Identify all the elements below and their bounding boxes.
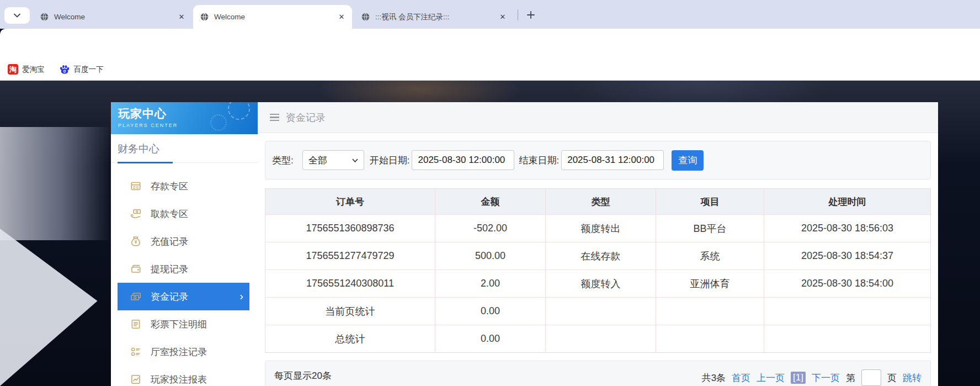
decor-circle-icon [210, 114, 227, 131]
cell-amount: 500.00 [435, 242, 546, 269]
sidebar-item-withdraw-zone[interactable]: 取款专区 [111, 200, 258, 228]
cell-project: 系统 [656, 242, 764, 269]
svg-text:du: du [63, 70, 66, 72]
cell-process-time: 2025-08-30 18:54:00 [764, 270, 930, 297]
sidebar-item-label: 充值记录 [151, 235, 188, 248]
funds-record-icon [130, 290, 142, 303]
sidebar-item-label: 玩家投注报表 [151, 373, 207, 386]
cell-type: 额度转出 [546, 215, 656, 242]
bookmark-baidu[interactable]: du 百度一下 [59, 64, 104, 75]
baidu-paw-icon: du [59, 64, 70, 75]
tab-welcome-1[interactable]: Welcome ✕ [33, 5, 192, 29]
pagination-controls: 共3条 首页 上一页 [1] 下一页 第 页 跳转 [702, 369, 922, 386]
sidebar-item-withdrawal-records[interactable]: 提现记录 [111, 255, 258, 283]
start-date-label: 开始日期: [370, 154, 410, 167]
bookmark-taobao[interactable]: 淘 爱淘宝 [8, 64, 45, 75]
jump-button[interactable]: 跳转 [903, 372, 922, 384]
cell-process-time: 2025-08-30 18:54:37 [764, 242, 930, 269]
bookmarks-bar: 淘 爱淘宝 du 百度一下 [0, 59, 980, 81]
pagination-bar: 每页显示20条 共3条 首页 上一页 [1] 下一页 第 页 跳转 [265, 361, 931, 386]
cell-summary-label: 当前页统计 [265, 298, 435, 325]
sidebar-subtitle: PLAYERS CENTER [118, 123, 258, 128]
tab-title: Welcome [54, 13, 177, 21]
panel-header: 资金记录 [258, 102, 938, 133]
withdraw-record-icon [130, 263, 142, 275]
chevron-down-icon [352, 158, 358, 162]
bookmark-label: 百度一下 [74, 65, 104, 75]
prev-page-link[interactable]: 上一页 [757, 372, 785, 384]
bookmark-label: 爱淘宝 [22, 65, 45, 75]
funds-record-panel: 资金记录 类型: 全部 开始日期: 2025-08-30 12:00:00 结束… [258, 102, 938, 386]
withdraw-zone-icon [130, 208, 142, 220]
col-type: 类型 [546, 189, 656, 214]
sidebar-item-recharge-records[interactable]: ¥ 充值记录 [111, 228, 258, 255]
background-gray-band [0, 127, 111, 240]
cell-order-id: 1756551360898736 [265, 215, 435, 242]
cell-project: BB平台 [656, 215, 764, 242]
close-icon[interactable]: ✕ [337, 12, 347, 22]
taobao-icon: 淘 [8, 64, 18, 75]
sidebar-item-deposit-zone[interactable]: 存款专区 [111, 172, 258, 200]
browser-toolbar: js13.cc/hhcp/usercenter.html?iniType=6 [0, 29, 980, 59]
tab-divider [518, 9, 518, 20]
type-label: 类型: [272, 154, 294, 167]
sidebar-item-label: 存款专区 [151, 180, 188, 193]
sidebar-item-label: 提现记录 [151, 263, 188, 276]
globe-icon [361, 12, 370, 22]
filter-bar: 类型: 全部 开始日期: 2025-08-30 12:00:00 结束日期: 2… [265, 141, 931, 179]
cell-amount: 0.00 [435, 325, 546, 352]
start-date-input[interactable]: 2025-08-30 12:00:00 [412, 150, 514, 170]
tab-video-bet-records[interactable]: :::视讯 会员下注纪录::: ✕ [354, 5, 513, 29]
sidebar-item-label: 取款专区 [151, 208, 188, 220]
current-page-indicator: [1] [791, 372, 806, 384]
tab-welcome-2-active[interactable]: Welcome ✕ [193, 5, 352, 29]
lottery-detail-icon [130, 318, 142, 330]
table-row: 1756551360898736 -502.00 额度转出 BB平台 2025-… [265, 214, 930, 242]
hamburger-menu-icon[interactable] [270, 114, 279, 121]
col-process-time: 处理时间 [764, 189, 930, 214]
tab-title: Welcome [214, 13, 337, 21]
search-button[interactable]: 查询 [672, 150, 704, 171]
sidebar-item-hall-bet-records[interactable]: 厅室投注记录 [111, 338, 258, 366]
new-tab-button[interactable] [523, 7, 539, 23]
sidebar-item-label: 厅室投注记录 [151, 346, 207, 358]
cell-project: 亚洲体育 [656, 270, 764, 297]
page-number-input[interactable] [861, 369, 881, 386]
col-order-id: 订单号 [265, 189, 435, 214]
chevron-down-icon [14, 13, 20, 18]
globe-icon [200, 12, 209, 22]
close-icon[interactable]: ✕ [177, 12, 187, 22]
tab-title: :::视讯 会员下注纪录::: [375, 12, 498, 22]
table-row-total-summary: 总统计 0.00 [265, 325, 930, 352]
table-row: 1756551277479729 500.00 在线存款 系统 2025-08-… [265, 242, 930, 269]
tab-list-dropdown-button[interactable] [4, 7, 30, 24]
type-select[interactable]: 全部 [302, 150, 364, 170]
first-page-link[interactable]: 首页 [732, 372, 750, 384]
player-report-icon [130, 373, 142, 385]
total-count: 共3条 [702, 372, 726, 384]
table-header-row: 订单号 金额 类型 项目 处理时间 [265, 189, 930, 214]
cell-process-time: 2025-08-30 18:56:03 [764, 215, 930, 242]
browser-tab-strip: Welcome ✕ Welcome ✕ :::视讯 会员下注纪录::: ✕ [0, 0, 980, 29]
page-jump-prefix: 第 [846, 372, 855, 384]
end-date-input[interactable]: 2025-08-31 12:00:00 [561, 150, 664, 170]
sidebar-item-funds-records[interactable]: 资金记录 › [118, 283, 249, 310]
sidebar-item-lottery-bet-details[interactable]: 彩票下注明细 [111, 310, 258, 338]
end-date-value: 2025-08-31 12:00:00 [567, 155, 654, 166]
section-title: 财务中心 [118, 142, 251, 156]
cell-type: 额度转入 [546, 270, 656, 297]
cell-type: 在线存款 [546, 242, 656, 269]
table-row: 1756551240308011 2.00 额度转入 亚洲体育 2025-08-… [265, 269, 930, 297]
sidebar-item-label: 彩票下注明细 [151, 318, 207, 331]
plus-icon [526, 10, 535, 19]
cell-amount: 0.00 [435, 298, 546, 325]
players-center-sidebar: 玩家中心 PLAYERS CENTER 财务中心 存款专区 取款专区 ¥ 充值记… [111, 102, 258, 386]
next-page-link[interactable]: 下一页 [812, 372, 840, 384]
cell-amount: -502.00 [435, 215, 546, 242]
start-date-value: 2025-08-30 12:00:00 [418, 155, 505, 166]
cell-summary-label: 总统计 [265, 325, 435, 352]
close-icon[interactable]: ✕ [498, 12, 508, 22]
sidebar-item-player-bet-report[interactable]: 玩家投注报表 [111, 366, 258, 386]
background-triangle-shape [0, 229, 100, 386]
hall-bet-icon [130, 346, 142, 358]
